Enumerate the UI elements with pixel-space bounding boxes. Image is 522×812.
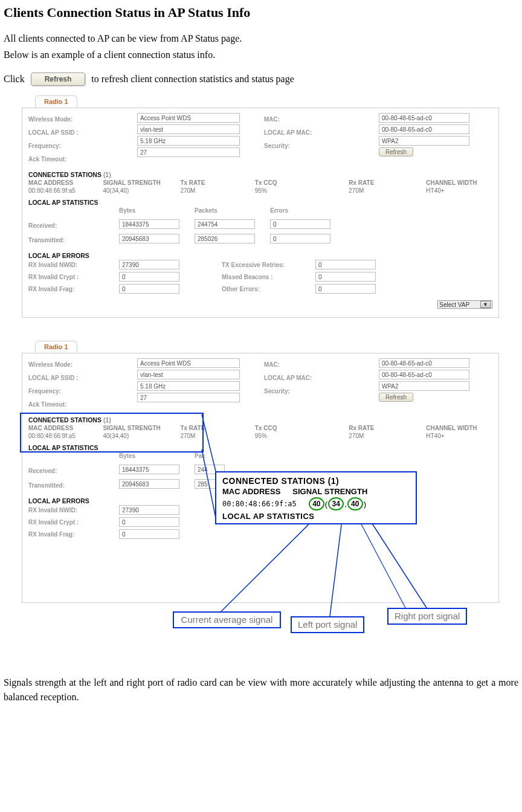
label-rx-invalid-frag: RX Invalid Frag: — [28, 529, 119, 541]
col-errors: Errors — [270, 207, 343, 218]
tab-radio-1[interactable]: Radio 1 — [35, 95, 77, 108]
value-tx-excessive-retries: 0 — [315, 260, 376, 269]
value-missed-beacons: 0 — [315, 272, 376, 282]
label-rx-invalid-nwid: RX Invalid NWID: — [28, 504, 119, 517]
label-rx-invalid-crypt: RX Invalid Crypt : — [28, 271, 119, 283]
page-title: Clients Connection Status in AP Status I… — [4, 5, 518, 21]
label-security: Security: — [264, 385, 379, 398]
label-received: Received: — [28, 465, 119, 478]
refresh-small-button[interactable]: Refresh — [379, 147, 413, 156]
label-ack-timeout: Ack Timeout: — [28, 398, 137, 411]
label-ack-timeout: Ack Timeout: — [28, 153, 137, 166]
value-transmitted-errors: 0 — [270, 234, 330, 243]
label-received: Received: — [28, 219, 119, 233]
value-frequency: 5.18 GHz — [137, 136, 240, 146]
label-current-average-signal: Current average signal — [173, 611, 281, 628]
label-tx-excessive-retries: TX Excessive Retries: — [222, 259, 315, 271]
label-local-ssid: LOCAL AP SSID : — [28, 372, 137, 385]
label-local-ssid: LOCAL AP SSID : — [28, 126, 137, 140]
label-missed-beacons: Missed Beacons : — [222, 271, 315, 283]
col-tx-ccq: Tx CCQ — [255, 425, 349, 431]
connected-stations-heading: CONNECTED STATIONS (1) — [28, 171, 492, 178]
label-local-mac: LOCAL AP MAC: — [264, 126, 379, 140]
refresh-small-button[interactable]: Refresh — [379, 393, 413, 402]
col-rx-rate: Rx RATE — [349, 425, 426, 431]
station-row: 00:80:48:66:9f:a5 40(34,40) 270M 95% 270… — [28, 187, 492, 194]
value-ack-timeout: 27 — [137, 393, 240, 402]
label-rx-invalid-frag: RX Invalid Frag: — [28, 283, 119, 295]
value-received-packets: 244754 — [195, 219, 255, 229]
select-vap-dropdown[interactable]: Select VAP▼ — [437, 300, 492, 309]
value-rx-invalid-crypt: 0 — [119, 517, 179, 527]
value-wireless-mode: Access Point WDS — [137, 113, 240, 123]
value-transmitted-bytes: 20945683 — [119, 479, 179, 489]
value-received-bytes: 18443375 — [119, 219, 179, 229]
value-ack-timeout: 27 — [137, 147, 240, 157]
label-rx-invalid-crypt: RX Invalid Crypt : — [28, 517, 119, 529]
label-left-port-signal: Left port signal — [291, 616, 364, 633]
station-row: 00:80:48:66:9f:a5 40(34,40) 270M 95% 270… — [28, 433, 492, 439]
value-local-mac: 00-80-48-65-ad-c0 — [379, 370, 469, 379]
label-other-errors: Other Errors: — [222, 283, 315, 295]
click-word: Click — [4, 74, 25, 85]
col-signal-strength: SIGNAL STRENGTH — [103, 179, 180, 186]
local-ap-statistics-heading: LOCAL AP STATISTICS — [28, 199, 492, 206]
col-signal-strength: SIGNAL STRENGTH — [103, 425, 180, 431]
callout-zoom: CONNECTED STATIONS (1) MAC ADDRESS SIGNA… — [215, 471, 417, 524]
value-rx-invalid-frag: 0 — [119, 284, 179, 294]
label-wireless-mode: Wireless Mode: — [28, 358, 137, 372]
value-local-ssid: vlan-test — [137, 370, 240, 379]
status-panel-1: Radio 1 Wireless Mode: LOCAL AP SSID : F… — [22, 94, 499, 318]
intro-text-1: All clients connected to AP can be view … — [4, 31, 518, 45]
value-transmitted-bytes: 20945683 — [119, 234, 179, 243]
label-rx-invalid-nwid: RX Invalid NWID: — [28, 259, 119, 271]
refresh-button[interactable]: Refresh — [31, 72, 86, 86]
value-rx-invalid-nwid: 27390 — [119, 505, 179, 515]
label-right-port-signal: Right port signal — [387, 608, 467, 624]
label-frequency: Frequency: — [28, 140, 137, 153]
value-received-errors: 0 — [270, 219, 330, 229]
col-channel-width: CHANNEL WIDTH — [426, 179, 492, 186]
chevron-down-icon: ▼ — [480, 301, 491, 308]
col-bytes: Bytes — [119, 453, 195, 463]
col-bytes: Bytes — [119, 207, 195, 218]
value-security: WPA2 — [379, 381, 469, 391]
col-rx-rate: Rx RATE — [349, 179, 426, 186]
value-rx-invalid-nwid: 27390 — [119, 260, 179, 269]
value-mac: 00-80-48-65-ad-c0 — [379, 113, 469, 123]
col-tx-ccq: Tx CCQ — [255, 179, 349, 186]
label-security: Security: — [264, 140, 379, 153]
status-panel-2: Radio 1 Wireless Mode: LOCAL AP SSID : F… — [22, 340, 499, 654]
label-mac: MAC: — [264, 358, 379, 372]
label-wireless-mode: Wireless Mode: — [28, 113, 137, 126]
value-rx-invalid-frag: 0 — [119, 529, 179, 539]
sig-left-value: 34 — [328, 497, 344, 511]
col-tx-rate: Tx RATE — [180, 179, 254, 186]
sig-right-value: 40 — [347, 497, 363, 511]
label-mac: MAC: — [264, 113, 379, 126]
col-mac-address: MAC ADDRESS — [28, 179, 103, 186]
outro-text: Signals strength at the left and right p… — [4, 675, 518, 703]
value-transmitted-packets: 285026 — [195, 234, 255, 243]
label-transmitted: Transmitted: — [28, 234, 119, 247]
col-packets: Packets — [195, 207, 270, 218]
click-rest: to refresh client connection statistics … — [91, 74, 294, 85]
label-frequency: Frequency: — [28, 385, 137, 398]
intro-text-2: Below is an example of a client connecti… — [4, 48, 518, 62]
label-local-mac: LOCAL AP MAC: — [264, 372, 379, 385]
label-transmitted: Transmitted: — [28, 479, 119, 492]
value-security: WPA2 — [379, 136, 469, 146]
value-mac: 00-80-48-65-ad-c0 — [379, 358, 469, 368]
col-packets: Pac — [195, 453, 270, 463]
col-mac-address: MAC ADDRESS — [28, 425, 103, 431]
value-rx-invalid-crypt: 0 — [119, 272, 179, 282]
col-channel-width: CHANNEL WIDTH — [426, 425, 492, 431]
local-ap-statistics-heading: LOCAL AP STATISTICS — [28, 444, 492, 451]
value-wireless-mode: Access Point WDS — [137, 358, 240, 368]
value-received-bytes: 18443375 — [119, 465, 179, 474]
value-local-ssid: vlan-test — [137, 124, 240, 134]
sig-avg-value: 40 — [309, 497, 324, 511]
col-tx-rate: Tx RATE — [180, 425, 254, 431]
tab-radio-1[interactable]: Radio 1 — [35, 341, 77, 353]
value-other-errors: 0 — [315, 284, 376, 294]
